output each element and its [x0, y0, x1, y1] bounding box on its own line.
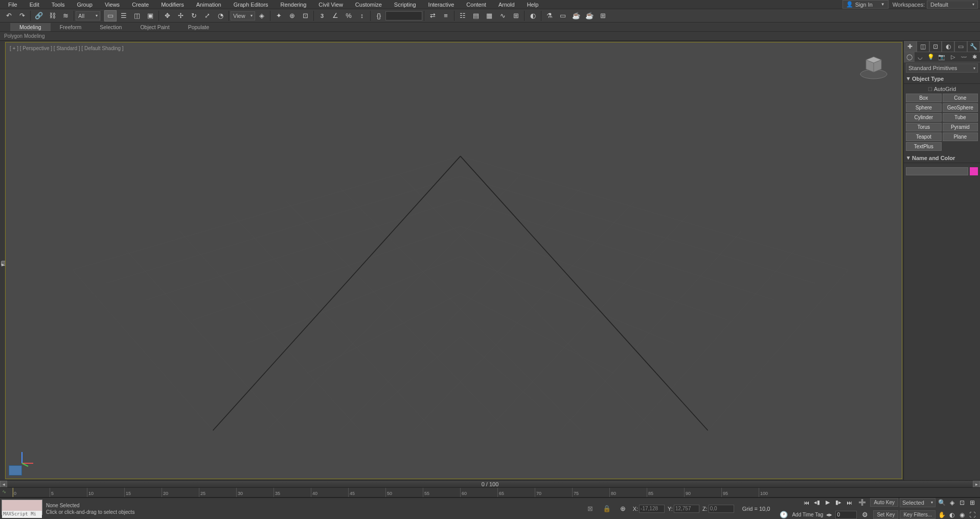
mirror-button[interactable]: ⇄	[426, 10, 439, 21]
named-selection-input[interactable]	[385, 11, 422, 20]
autogrid-checkbox[interactable]: ☐ AutoGrid	[906, 86, 978, 92]
lock-selection-icon[interactable]: ⊠	[584, 503, 597, 514]
set-key-button[interactable]: Set Key	[873, 510, 898, 519]
edit-named-selection-button[interactable]: {}	[373, 10, 385, 21]
prev-frame-button[interactable]: ◂▮	[812, 498, 822, 507]
use-center-button[interactable]: ◈	[256, 10, 268, 21]
lights-subtab[interactable]: 💡	[926, 52, 937, 62]
z-coord-input[interactable]	[709, 505, 734, 513]
open-autodesk-button[interactable]: ⊞	[597, 10, 609, 21]
viewport-label[interactable]: [ + ] [ Perspective ] [ Standard ] [ Def…	[10, 46, 124, 51]
menu-rendering[interactable]: Rendering	[275, 1, 313, 9]
zoom-extents-icon[interactable]: ⊡	[958, 498, 967, 507]
menu-animation[interactable]: Animation	[190, 1, 227, 9]
goto-end-button[interactable]: ⏭	[845, 498, 854, 507]
create-sphere-button[interactable]: Sphere	[906, 103, 942, 112]
keyboard-shortcut-button[interactable]: ⊕	[286, 10, 298, 21]
menu-scripting[interactable]: Scripting	[388, 1, 422, 9]
menu-views[interactable]: Views	[99, 1, 126, 9]
render-iterative-button[interactable]: ☕	[583, 10, 596, 21]
create-torus-button[interactable]: Torus	[906, 123, 942, 131]
toggle-layer-button[interactable]: ▤	[470, 10, 482, 21]
select-rotate-button[interactable]: ↻	[188, 10, 200, 21]
bind-button[interactable]: ≋	[59, 10, 72, 21]
systems-subtab[interactable]: ✱	[969, 52, 980, 62]
layer-explorer-button[interactable]: ☷	[457, 10, 469, 21]
menu-arnold[interactable]: Arnold	[492, 1, 521, 9]
key-filter-dropdown[interactable]: Selected▾	[900, 498, 936, 507]
menu-help[interactable]: Help	[521, 1, 545, 9]
selection-filter-dropdown[interactable]: All▾	[76, 11, 100, 20]
x-coord-input[interactable]	[639, 505, 665, 513]
name-color-rollout-header[interactable]: ▾ Name and Color	[904, 153, 980, 163]
utilities-tab[interactable]: 🔧	[967, 41, 980, 52]
ribbon-tab-object-paint[interactable]: Object Paint	[131, 23, 178, 31]
create-plane-button[interactable]: Plane	[943, 132, 978, 141]
nav-plus-icon[interactable]: ✚	[856, 497, 868, 508]
menu-customize[interactable]: Customize	[349, 1, 388, 9]
walk-icon[interactable]: ◐	[947, 510, 956, 520]
percent-snap-button[interactable]: %	[343, 10, 355, 21]
orbit-icon[interactable]: ◉	[958, 510, 967, 520]
geometry-subtab[interactable]: ◯	[904, 52, 915, 62]
y-coord-input[interactable]	[674, 505, 699, 513]
motion-tab[interactable]: ◐	[942, 41, 954, 52]
key-filters-button[interactable]: Key Filters...	[900, 510, 936, 519]
snap-3d-button[interactable]: 3	[316, 10, 328, 21]
pan-icon[interactable]: ✋	[937, 510, 946, 520]
next-frame-button[interactable]: ▮▸	[834, 498, 843, 507]
absolute-mode-icon[interactable]: ⊕	[617, 503, 629, 514]
link-button[interactable]: 🔗	[33, 10, 45, 21]
create-textplus-button[interactable]: TextPlus	[906, 142, 942, 151]
window-crossing-button[interactable]: ▣	[144, 10, 156, 21]
menu-graph-editors[interactable]: Graph Editors	[227, 1, 275, 9]
hierarchy-tab[interactable]: ⊡	[929, 41, 942, 52]
object-name-input[interactable]	[906, 167, 968, 175]
timeline-left-button[interactable]: ◂	[0, 481, 7, 488]
display-tab[interactable]: ▭	[954, 41, 967, 52]
align-button[interactable]: ≡	[440, 10, 452, 21]
play-button[interactable]: ▶	[823, 498, 832, 507]
create-tab[interactable]: ✚	[904, 41, 917, 52]
auto-key-button[interactable]: Auto Key	[870, 498, 898, 507]
select-place-button[interactable]: ◔	[214, 10, 226, 21]
workspace-dropdown[interactable]: Default ▾	[927, 1, 978, 9]
isolate-icon[interactable]: 🔒	[601, 503, 613, 514]
maxscript-listener[interactable]: MAXScript Mi	[2, 511, 42, 518]
create-pyramid-button[interactable]: Pyramid	[943, 123, 978, 131]
zoom-extents-all-icon[interactable]: ⊞	[968, 498, 977, 507]
viewcube[interactable]	[856, 48, 892, 83]
add-time-tag-label[interactable]: Add Time Tag	[792, 512, 823, 517]
signin-button[interactable]: 👤 Sign In ▼	[842, 0, 888, 9]
menu-content[interactable]: Content	[460, 1, 492, 9]
undo-button[interactable]: ↶	[3, 10, 15, 21]
shapes-subtab[interactable]: ◡	[915, 52, 925, 62]
snap-toggle-button[interactable]: ⊡	[299, 10, 311, 21]
select-by-name-button[interactable]: ☰	[118, 10, 130, 21]
render-production-button[interactable]: ☕	[570, 10, 582, 21]
create-teapot-button[interactable]: Teapot	[906, 132, 942, 141]
viewport[interactable]: [ + ] [ Perspective ] [ Standard ] [ Def…	[5, 42, 902, 479]
timeline-right-button[interactable]: ▸	[973, 481, 980, 488]
spinner-snap-button[interactable]: ↕	[356, 10, 368, 21]
redo-button[interactable]: ↷	[16, 10, 28, 21]
menu-group[interactable]: Group	[71, 1, 99, 9]
time-ruler[interactable]: ∿ 05101520253035404550556065707580859095…	[0, 487, 980, 498]
menu-create[interactable]: Create	[126, 1, 155, 9]
select-object-button[interactable]: ▭	[104, 10, 117, 21]
ref-coord-dropdown[interactable]: View▾	[231, 11, 255, 20]
select-move-button[interactable]: ✢	[174, 10, 187, 21]
ribbon-tab-modeling[interactable]: Modeling	[10, 23, 51, 31]
object-color-swatch[interactable]	[970, 167, 978, 175]
maximize-viewport-icon[interactable]: ⛶	[968, 510, 977, 520]
ribbon-tab-selection[interactable]: Selection	[90, 23, 131, 31]
select-manipulate-button[interactable]: ✥	[161, 10, 173, 21]
modify-tab[interactable]: ◫	[917, 41, 929, 52]
schematic-view-button[interactable]: ⊞	[510, 10, 522, 21]
unlink-button[interactable]: ⛓	[46, 10, 58, 21]
goto-start-button[interactable]: ⏮	[802, 498, 811, 507]
zoom-all-icon[interactable]: ◈	[947, 498, 956, 507]
create-geosphere-button[interactable]: GeoSphere	[943, 103, 978, 112]
timeline-slider[interactable]: 0 / 100	[7, 481, 973, 488]
create-cylinder-button[interactable]: Cylinder	[906, 113, 942, 122]
